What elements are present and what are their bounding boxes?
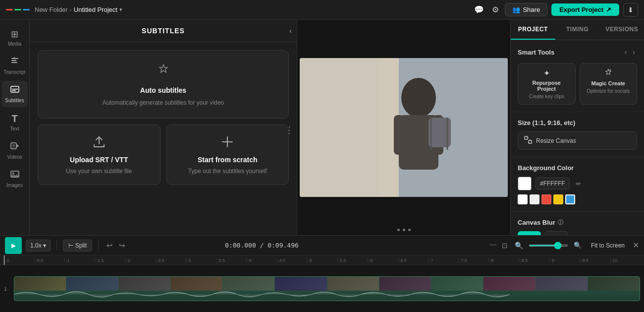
split-button[interactable]: ⊢ Split — [63, 240, 92, 251]
tab-versions[interactable]: VERSIONS — [599, 20, 644, 40]
logo-bar-blue — [23, 9, 30, 10]
auto-subtitles-title: Auto subtitles — [140, 86, 186, 94]
smart-tools-nav: ‹ › — [623, 47, 637, 57]
repurpose-icon: ✦ — [543, 68, 550, 78]
undo-button[interactable]: ↩ — [105, 239, 115, 252]
timeline-area: ▶ 1.0x ▾ ⊢ Split ↩ ↪ 0:00.000 / 0:09.496… — [0, 235, 644, 312]
waveform-svg — [14, 288, 510, 301]
svg-rect-9 — [12, 147, 15, 148]
color-preset-white1[interactable] — [518, 194, 528, 204]
redo-button[interactable]: ↪ — [117, 239, 127, 252]
ruler-mark: :6.5 — [398, 258, 428, 263]
timeline-ruler: :0 :0.5 :1 :1.5 :2 :2.5 :3 :3.5 :4 :4.5 … — [0, 255, 644, 265]
video-content — [300, 58, 508, 197]
ruler-mark: :2 — [125, 258, 156, 263]
sidebar-item-subtitles[interactable]: Subtitles — [2, 81, 28, 107]
sidebar-item-label: Videos — [7, 154, 22, 160]
auto-subtitles-desc: Automatically generate subtitles for you… — [103, 99, 224, 106]
start-from-scratch-card[interactable]: Start from scratch Type out the subtitle… — [166, 125, 289, 185]
smart-tools-next-button[interactable]: › — [631, 47, 637, 57]
magic-create-title: Magic Create — [591, 80, 625, 86]
export-button[interactable]: Export Project ↗ — [551, 3, 619, 16]
svg-rect-8 — [12, 144, 15, 146]
ruler-mark: :5.5 — [337, 258, 368, 263]
magic-create-card[interactable]: Magic Create Optimize for socials — [580, 63, 638, 105]
timecode-display: 0:00.000 / 0:09.496 — [225, 242, 299, 249]
playhead[interactable] — [4, 255, 4, 265]
svg-marker-10 — [17, 144, 19, 147]
zoom-fit-button[interactable]: ⊡ — [500, 240, 509, 251]
svg-point-12 — [12, 173, 14, 174]
upload-srt-desc: Use your own subtitle file — [66, 168, 132, 175]
start-from-scratch-icon — [220, 135, 234, 152]
color-preset-blue[interactable] — [565, 194, 575, 204]
resize-canvas-button[interactable]: Resize Canvas — [518, 131, 637, 150]
color-hex-value: #FFFFFF — [536, 178, 570, 189]
blur-off-button[interactable]: Off — [518, 231, 541, 235]
ruler-mark: :4 — [246, 258, 276, 263]
repurpose-project-card[interactable]: ✦ Repurpose Project Create key clips — [518, 63, 576, 105]
more-options-icon[interactable]: ⋮ — [285, 125, 294, 135]
folder-name: New Folder — [35, 6, 67, 13]
ruler-mark: :8.5 — [519, 258, 549, 263]
download-button[interactable]: ⬇ — [623, 3, 638, 17]
tab-project[interactable]: PROJECT — [511, 20, 555, 40]
zoom-out-button[interactable]: 🔍 — [513, 240, 525, 251]
svg-point-19 — [401, 78, 436, 118]
color-swatch-main[interactable] — [518, 177, 532, 190]
color-preset-white2[interactable] — [530, 194, 539, 204]
tab-timing[interactable]: TIMING — [555, 20, 600, 40]
share-icon-btn[interactable]: 💬 — [472, 3, 486, 16]
auto-subtitles-card[interactable]: Auto subtitles Automatically generate su… — [38, 50, 289, 119]
ruler-mark: :4.5 — [276, 258, 307, 263]
zoom-slider[interactable] — [529, 245, 568, 247]
blur-on-button[interactable]: On — [545, 231, 568, 235]
collapse-panel-button[interactable]: ‹ — [284, 23, 297, 39]
sidebar-item-media[interactable]: ⊞ Media — [2, 25, 28, 51]
thumb-frame — [588, 277, 640, 291]
edit-color-icon[interactable]: ✏ — [576, 180, 581, 187]
color-preset-red[interactable] — [541, 194, 551, 204]
settings-icon-btn[interactable]: ⚙ — [490, 3, 501, 16]
waveform-icon: 〰 — [490, 242, 496, 249]
zoom-in-button[interactable]: 🔍 — [572, 240, 583, 250]
video-dot — [397, 229, 400, 231]
sidebar-item-images[interactable]: Images — [2, 166, 28, 192]
play-icon: ▶ — [11, 242, 16, 249]
share-button[interactable]: 👥 Share — [505, 3, 547, 16]
breadcrumb: New Folder › Untitled Project ▾ — [35, 6, 122, 13]
svg-rect-27 — [525, 136, 528, 139]
ruler-mark: :7.5 — [458, 258, 488, 263]
fit-to-screen-button[interactable]: Fit to Screen — [587, 240, 629, 251]
ruler-mark: :7 — [428, 258, 458, 263]
thumb-frame — [536, 277, 588, 291]
color-preset-yellow[interactable] — [553, 194, 563, 204]
smart-tools-prev-button[interactable]: ‹ — [623, 47, 629, 57]
undo-redo-group: ↩ ↪ — [105, 239, 127, 252]
svg-rect-6 — [12, 90, 16, 91]
resize-canvas-label: Resize Canvas — [536, 137, 576, 144]
images-icon — [10, 170, 19, 181]
canvas-blur-label: Canvas Blur — [518, 219, 555, 226]
chevron-down-icon[interactable]: ▾ — [119, 6, 122, 13]
video-track-clip[interactable] — [14, 276, 640, 301]
play-button[interactable]: ▶ — [5, 237, 22, 254]
speed-button[interactable]: 1.0x ▾ — [26, 240, 51, 251]
sidebar-item-text[interactable]: T Text — [2, 109, 28, 135]
sidebar-item-transcript[interactable]: Transcript — [2, 53, 28, 79]
upload-srt-card[interactable]: Upload SRT / VTT Use your own subtitle f… — [38, 125, 161, 185]
color-presets — [518, 194, 637, 204]
sidebar-item-videos[interactable]: Videos — [2, 137, 28, 164]
logo-bar-red — [6, 9, 13, 10]
subtitles-icon — [10, 85, 19, 96]
close-timeline-button[interactable]: ✕ — [633, 241, 639, 250]
ruler-mark: :1 — [64, 258, 95, 263]
size-title: Size (1:1, 9:16, etc) — [518, 119, 637, 126]
sidebar-item-label: Media — [8, 41, 21, 47]
blur-info-icon: ⓘ — [558, 219, 563, 226]
resize-canvas-icon — [524, 136, 532, 145]
svg-rect-2 — [11, 62, 17, 63]
breadcrumb-sep: › — [69, 6, 71, 13]
videos-icon — [10, 141, 19, 153]
upload-srt-icon — [92, 135, 106, 152]
